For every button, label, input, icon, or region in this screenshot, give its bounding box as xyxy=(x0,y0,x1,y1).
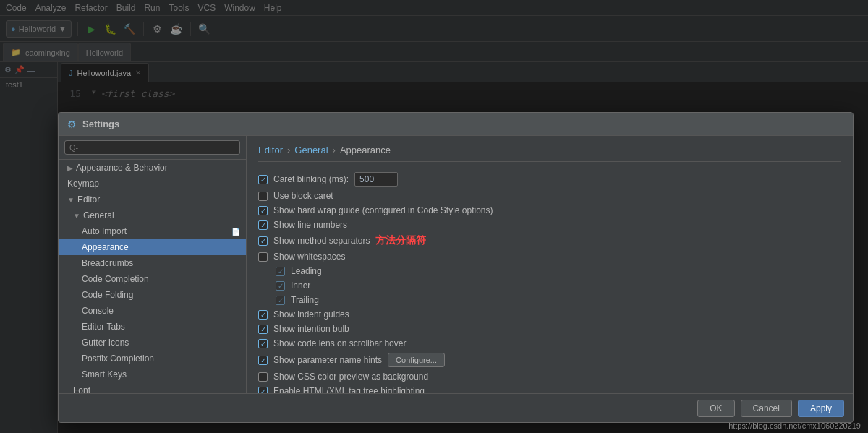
settings-search-input[interactable] xyxy=(64,140,240,155)
checkbox-enable_html_xml[interactable] xyxy=(258,387,268,394)
label-show_code_lens: Show code lens on scrollbar hover xyxy=(273,338,406,348)
bottom-url: https://blog.csdn.net/cmx1060220219 xyxy=(728,421,861,430)
checkbox-show_param_hints[interactable] xyxy=(258,356,268,365)
tree-item-label: General xyxy=(83,210,114,220)
ok-button[interactable]: OK xyxy=(697,400,734,417)
tree-expand-icon: ▶ xyxy=(67,164,73,172)
checkbox-caret_blinking[interactable] xyxy=(258,175,268,184)
label-show_intention: Show intention bulb xyxy=(273,324,349,334)
option-row-show_whitespaces: Show whitespaces xyxy=(258,252,841,262)
label-inner: Inner xyxy=(291,280,310,291)
checkbox-use_block_caret[interactable] xyxy=(258,192,268,201)
option-row-show_indent: Show indent guides xyxy=(258,309,841,320)
tree-item-general[interactable]: ▼General xyxy=(59,207,246,223)
tree-item-label: Keymap xyxy=(67,179,99,189)
tree-item-code-folding[interactable]: Code Folding xyxy=(59,287,246,303)
settings-title-bar: ⚙ Settings xyxy=(59,113,853,136)
tree-item-label: Postfix Completion xyxy=(82,353,154,364)
settings-tree: ▶Appearance & BehaviorKeymap▼Editor▼Gene… xyxy=(59,136,247,393)
label-show_indent: Show indent guides xyxy=(273,309,349,320)
checkbox-leading[interactable] xyxy=(276,267,285,276)
tree-item-console[interactable]: Console xyxy=(59,303,246,319)
label-trailing: Trailing xyxy=(291,295,319,305)
input-caret_blinking[interactable] xyxy=(354,172,398,187)
checkbox-show_line_numbers[interactable] xyxy=(258,220,268,230)
btn-show_param_hints[interactable]: Configure... xyxy=(388,353,445,367)
settings-dialog: ⚙ Settings ▶Appearance & BehaviorKeymap▼… xyxy=(58,112,854,423)
option-row-leading: Leading xyxy=(258,266,841,276)
settings-dialog-bottom: OK Cancel Apply xyxy=(59,393,853,422)
label-enable_html_xml: Enable HTML/XML tag tree highlighting xyxy=(273,386,425,393)
tree-item-label: Appearance & Behavior xyxy=(76,163,168,173)
tree-item-label: Code Completion xyxy=(82,274,149,284)
options-container: Caret blinking (ms):Use block caretShow … xyxy=(258,172,841,393)
tree-item-keymap[interactable]: Keymap xyxy=(59,176,246,192)
apply-button[interactable]: Apply xyxy=(798,400,844,417)
option-row-show_line_numbers: Show line numbers xyxy=(258,220,841,230)
option-row-show_code_lens: Show code lens on scrollbar hover xyxy=(258,338,841,348)
tree-item-label: Editor Tabs xyxy=(82,322,125,332)
checkbox-show_code_lens[interactable] xyxy=(258,339,268,348)
label-use_block_caret: Use block caret xyxy=(273,191,333,201)
tree-expand-icon: ▼ xyxy=(73,212,80,220)
label-show_param_hints: Show parameter name hints xyxy=(273,355,382,365)
tree-item-label: Smart Keys xyxy=(82,369,127,380)
breadcrumb-appearance: Appearance xyxy=(340,145,391,155)
checkbox-show_indent[interactable] xyxy=(258,310,268,320)
option-row-show_intention: Show intention bulb xyxy=(258,324,841,334)
tree-item-code-completion[interactable]: Code Completion xyxy=(59,271,246,287)
checkbox-trailing[interactable] xyxy=(276,296,285,305)
tree-item-label: Editor xyxy=(77,194,100,205)
settings-tree-container: ▶Appearance & BehaviorKeymap▼Editor▼Gene… xyxy=(59,160,246,393)
cancel-button[interactable]: Cancel xyxy=(741,400,792,417)
tree-item-label: Gutter Icons xyxy=(82,338,129,348)
breadcrumb-general[interactable]: General xyxy=(294,145,328,155)
tree-item-postfix-completion[interactable]: Postfix Completion xyxy=(59,351,246,366)
option-row-show_css_color: Show CSS color preview as background xyxy=(258,372,841,382)
checkbox-inner[interactable] xyxy=(276,281,285,291)
tree-item-label: Console xyxy=(82,306,114,316)
tree-item-smart-keys[interactable]: Smart Keys xyxy=(59,366,246,382)
option-row-use_block_caret: Use block caret xyxy=(258,191,841,201)
tree-item-label: Font xyxy=(73,385,90,393)
label-leading: Leading xyxy=(291,266,322,276)
tree-item-label: Appearance xyxy=(82,242,129,252)
label-show_line_numbers: Show line numbers xyxy=(273,220,347,230)
settings-content: Editor › General › Appearance Caret blin… xyxy=(247,136,853,393)
tree-item-auto-import[interactable]: Auto Import📄 xyxy=(59,223,246,239)
option-row-show_hard_wrap: Show hard wrap guide (configured in Code… xyxy=(258,205,841,215)
tree-item-label: Code Folding xyxy=(82,290,133,300)
checkbox-show_whitespaces[interactable] xyxy=(258,252,268,262)
settings-dialog-icon: ⚙ xyxy=(67,119,77,130)
checkbox-show_intention[interactable] xyxy=(258,325,268,334)
breadcrumb-arrow2: › xyxy=(333,145,336,155)
settings-body: ▶Appearance & BehaviorKeymap▼Editor▼Gene… xyxy=(59,136,853,393)
breadcrumb-arrow1: › xyxy=(287,145,290,155)
tree-item-label: Auto Import xyxy=(82,226,127,236)
option-row-show_method_sep: Show method separators方法分隔符 xyxy=(258,234,841,247)
page-icon: 📄 xyxy=(231,228,240,236)
tree-item-label: Breadcrumbs xyxy=(82,258,133,268)
tree-item-gutter-icons[interactable]: Gutter Icons xyxy=(59,335,246,351)
tree-item-appearance-and-behavior[interactable]: ▶Appearance & Behavior xyxy=(59,160,246,176)
option-row-show_param_hints: Show parameter name hintsConfigure... xyxy=(258,353,841,367)
checkbox-show_css_color[interactable] xyxy=(258,372,268,382)
search-box xyxy=(59,136,246,160)
tree-item-editor-tabs[interactable]: Editor Tabs xyxy=(59,319,246,335)
tree-item-editor[interactable]: ▼Editor xyxy=(59,192,246,207)
tree-item-breadcrumbs[interactable]: Breadcrumbs xyxy=(59,255,246,271)
label-show_whitespaces: Show whitespaces xyxy=(273,252,345,262)
checkbox-show_method_sep[interactable] xyxy=(258,236,268,246)
option-row-trailing: Trailing xyxy=(258,295,841,305)
label-show_css_color: Show CSS color preview as background xyxy=(273,372,428,382)
checkbox-show_hard_wrap[interactable] xyxy=(258,206,268,215)
label-show_hard_wrap: Show hard wrap guide (configured in Code… xyxy=(273,205,493,215)
label-show_method_sep: Show method separators xyxy=(273,236,370,246)
tree-item-font[interactable]: Font xyxy=(59,382,246,393)
tree-item-appearance[interactable]: Appearance xyxy=(59,239,246,255)
option-row-enable_html_xml: Enable HTML/XML tag tree highlighting xyxy=(258,386,841,393)
breadcrumb-editor[interactable]: Editor xyxy=(258,145,283,155)
label-caret_blinking: Caret blinking (ms): xyxy=(273,174,349,184)
settings-dialog-title: Settings xyxy=(82,119,119,129)
option-row-caret_blinking: Caret blinking (ms): xyxy=(258,172,841,187)
